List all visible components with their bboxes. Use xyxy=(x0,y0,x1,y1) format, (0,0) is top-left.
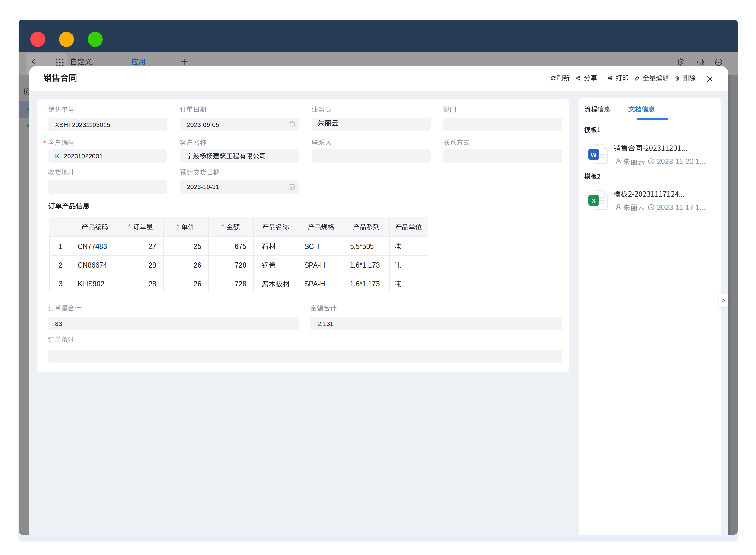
svg-text:W: W xyxy=(591,152,596,158)
svg-text:X: X xyxy=(592,198,596,204)
